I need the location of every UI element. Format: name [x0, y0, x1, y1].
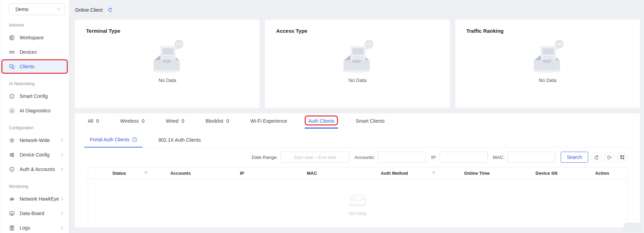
tab-all[interactable]: All 0	[88, 113, 99, 129]
sidebar-item-smart-config[interactable]: Smart Config	[0, 89, 69, 103]
tab-wifi-experience[interactable]: Wi-Fi Experience	[250, 113, 287, 129]
auth-subtabs: Portal Auth Clients ? 802.1X Auth Client…	[84, 133, 631, 148]
table-header-row: Status Accounts IP MAC Auth Method	[88, 168, 627, 179]
tab-label: Wired	[166, 118, 179, 124]
date-range-input[interactable]	[281, 152, 349, 163]
sidebar-item-label: AI Diagnostics	[20, 108, 50, 113]
sidebar-item-network-hawkeye[interactable]: Network HawkEye	[0, 192, 69, 206]
no-data-illustration	[147, 39, 188, 73]
floating-widget[interactable]	[623, 223, 642, 232]
table-no-data-text: No Data	[349, 211, 366, 216]
sidebar-item-auth-accounts[interactable]: Auth & Accounts	[0, 162, 69, 176]
svg-text:?: ?	[134, 138, 136, 141]
no-data-text: No Data	[158, 78, 176, 83]
chevron-down-icon	[56, 8, 61, 11]
sidebar-section-network: Network	[9, 23, 69, 28]
col-status[interactable]: Status	[88, 168, 150, 179]
tab-label: Auth Clients	[308, 118, 334, 124]
no-data-illustration	[337, 39, 378, 73]
no-data-text: No Data	[349, 78, 366, 83]
gear-icon	[9, 138, 15, 143]
chevron-right-icon	[61, 139, 63, 142]
summary-cards: Terminal Type No Data Access Type No Dat…	[75, 20, 640, 108]
card-access-type: Access Type No Data	[265, 20, 450, 108]
col-device-sn[interactable]: Device SN	[516, 168, 577, 179]
chevron-right-icon	[61, 226, 63, 230]
card-title: Access Type	[276, 28, 439, 34]
sidebar-item-label: Device Config	[20, 152, 50, 158]
mac-input[interactable]	[507, 152, 556, 163]
table-empty-row: No Data	[88, 179, 627, 229]
tab-count: 0	[181, 118, 184, 124]
sidebar-item-devices[interactable]: Devices	[0, 45, 69, 59]
export-button[interactable]	[604, 152, 614, 162]
client-tabs: All 0 Wireless 0 Wired 0 Blocklist 0 Wi-…	[75, 113, 640, 129]
column-settings-icon[interactable]	[617, 152, 627, 162]
workspace-icon	[9, 35, 15, 41]
tab-count: 0	[226, 118, 229, 124]
filter-funnel-icon[interactable]	[144, 172, 148, 175]
chevron-right-icon	[61, 168, 63, 171]
tab-label: Wi-Fi Experience	[250, 118, 287, 124]
col-ip[interactable]: IP	[211, 168, 273, 179]
ai-diagnostics-icon: AI	[9, 108, 15, 114]
subtab-portal-auth-clients[interactable]: Portal Auth Clients ?	[84, 133, 142, 148]
subtab-8021x-auth-clients[interactable]: 802.1X Auth Clients	[153, 133, 206, 147]
subtab-label: 802.1X Auth Clients	[158, 137, 201, 143]
tab-wireless[interactable]: Wireless 0	[120, 113, 144, 129]
card-traffic-ranking: Traffic Ranking No Data	[455, 20, 640, 108]
sidebar-item-label: Network-Wide	[20, 138, 50, 143]
svg-text:AI: AI	[11, 109, 13, 112]
tab-wired[interactable]: Wired 0	[166, 113, 184, 129]
filter-funnel-icon[interactable]	[432, 172, 436, 175]
mac-label: MAC:	[493, 155, 505, 160]
no-data-illustration	[527, 39, 568, 73]
tab-auth-clients[interactable]: Auth Clients	[308, 113, 334, 129]
ip-input[interactable]	[440, 152, 488, 163]
tab-label: Wireless	[120, 118, 139, 124]
col-accounts[interactable]: Accounts	[150, 168, 211, 179]
sidebar-item-label: Clients	[20, 64, 34, 69]
refresh-icon[interactable]	[107, 7, 113, 12]
main-content: Online Client Terminal Type No Data Acce…	[69, 0, 644, 233]
sidebar-section-ai-networking: AI Networking	[9, 81, 69, 86]
help-icon[interactable]: ?	[132, 137, 137, 142]
sidebar-item-data-board[interactable]: Data-Board	[0, 206, 69, 221]
clients-panel: All 0 Wireless 0 Wired 0 Blocklist 0 Wi-…	[75, 113, 640, 227]
sidebar-item-logs[interactable]: Logs	[0, 221, 69, 233]
page-header: Online Client	[69, 0, 644, 20]
tab-smart-clients[interactable]: Smart Clients	[356, 113, 384, 129]
workspace-selector[interactable]: Demo	[9, 3, 65, 15]
hawkeye-icon	[9, 196, 15, 202]
page-title: Online Client	[75, 7, 103, 13]
card-title: Terminal Type	[86, 28, 249, 34]
tab-label: Smart Clients	[356, 118, 384, 124]
sidebar-item-label: Network HawkEye	[20, 196, 59, 202]
sidebar-item-network-wide[interactable]: Network-Wide	[0, 133, 69, 148]
tab-label: Blocklist	[205, 118, 223, 124]
tab-blocklist[interactable]: Blocklist 0	[205, 113, 229, 129]
logs-icon	[9, 225, 15, 231]
filter-row: Date Range: Accounts: IP: MAC: Search	[87, 151, 627, 163]
tab-count: 0	[142, 118, 145, 124]
sidebar-section-monitoring: Monitoring	[9, 184, 69, 189]
chevron-right-icon	[61, 153, 63, 157]
empty-box-icon	[347, 192, 368, 207]
sidebar-item-workspace[interactable]: Workspace	[0, 30, 69, 45]
col-mac[interactable]: MAC	[273, 168, 351, 179]
sidebar-item-label: Devices	[20, 49, 37, 55]
refresh-table-button[interactable]	[591, 152, 601, 162]
sidebar-item-label: Smart Config	[20, 93, 48, 99]
tab-label: All	[88, 118, 93, 124]
sidebar-item-ai-diagnostics[interactable]: AI AI Diagnostics	[0, 103, 69, 118]
sidebar-section-configuration: Configuration	[9, 125, 69, 130]
sidebar: Demo Network Workspace Devices Clients A…	[0, 0, 69, 233]
search-button[interactable]: Search	[561, 152, 588, 163]
accounts-input[interactable]	[378, 152, 426, 163]
sidebar-item-device-config[interactable]: Device Config	[0, 148, 69, 162]
col-auth-method[interactable]: Auth Method	[351, 168, 438, 179]
col-action[interactable]: Action	[577, 168, 627, 179]
auth-clients-table: Status Accounts IP MAC Auth Method	[88, 167, 627, 229]
col-online-time[interactable]: Online Time	[438, 168, 516, 179]
sidebar-item-clients[interactable]: Clients	[0, 59, 69, 74]
